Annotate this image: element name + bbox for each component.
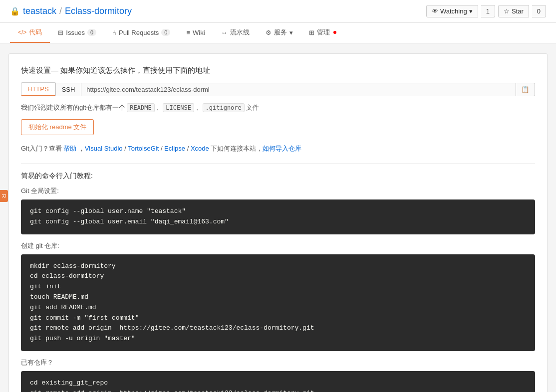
copy-url-button[interactable]: 📋 [516,83,535,96]
wiki-icon: ≡ [186,29,190,36]
main-content: 快速设置— 如果你知道该怎么操作，直接使用下面的地址 HTTPS SSH 📋 我… [8,53,548,392]
url-row: HTTPS SSH 📋 [21,82,535,96]
create-repo-subtitle: 创建 git 仓库: [21,241,535,250]
tab-pr-label: Pull Requests [119,29,159,36]
star-icon: ☆ [504,7,510,15]
tab-pull-requests[interactable]: ⑃ Pull Requests 0 [104,23,178,43]
gitignore-code: .gitignore [203,103,245,112]
import-repo-link[interactable]: 如何导入仓库 [263,145,301,152]
license-code: LICENSE [163,103,194,112]
xcode-link[interactable]: Xcode [191,145,209,152]
quick-setup-title: 快速设置— 如果你知道该怎么操作，直接使用下面的地址 [21,66,535,75]
issues-icon: ⊟ [58,29,63,36]
title-separator: / [59,6,62,16]
header-actions: 👁 Watching ▾ 1 ☆ Star 0 [426,5,546,17]
services-chevron: ▾ [289,29,293,36]
repo-name-link[interactable]: Eclass-dormitory [65,6,132,16]
repo-title: 🔒 teastack / Eclass-dormitory [10,6,132,16]
section-title: 简易的命令行入门教程: [21,172,535,181]
tab-services-label: 服务 [274,28,287,37]
watch-label: Watching [440,7,467,15]
issues-badge: 0 [87,29,96,36]
tortoisegit-link[interactable]: TortoiseGit [128,145,159,152]
pr-badge: 0 [161,29,170,36]
tab-issues[interactable]: ⊟ Issues 0 [50,23,104,43]
create-repo-code: mkdir eclass-dormitory cd eclass-dormito… [21,254,535,351]
divider-1 [21,163,535,164]
help-link[interactable]: 帮助 [63,145,76,152]
manage-dot [333,31,336,34]
repo-owner-link[interactable]: teastack [23,6,56,16]
clipboard-icon: 📋 [521,86,530,93]
eye-icon: 👁 [432,7,438,15]
chevron-down-icon: ▾ [469,7,473,15]
star-label: Star [512,7,524,15]
pipeline-icon: ↔ [221,29,228,36]
pr-icon: ⑃ [112,29,116,36]
watch-count[interactable]: 1 [481,5,495,17]
existing-repo-code: cd existing_git_repo git remote add orig… [21,371,535,392]
tab-wiki[interactable]: ≡ Wiki [178,23,213,43]
star-count[interactable]: 0 [532,5,546,17]
code-icon: </> [18,29,26,36]
tab-code[interactable]: </> 代码 [10,23,50,43]
tab-pipeline[interactable]: ↔ 流水线 [213,23,258,43]
tab-issues-label: Issues [66,29,85,36]
global-setup-subtitle: Git 全局设置: [21,187,535,196]
ssh-button[interactable]: SSH [55,83,82,96]
nav-tabs: </> 代码 ⊟ Issues 0 ⑃ Pull Requests 0 ≡ Wi… [0,23,556,43]
services-icon: ⚙ [266,29,272,36]
tab-manage-label: 管理 [317,28,330,37]
tab-services[interactable]: ⚙ 服务 ▾ [258,23,301,43]
eclipse-link[interactable]: Eclipse [164,145,185,152]
star-button[interactable]: ☆ Star [498,5,529,17]
init-readme-button[interactable]: 初始化 readme 文件 [21,119,94,135]
lock-icon: 🔒 [10,6,20,16]
left-edge-marker: R [0,190,8,202]
global-setup-code: git config --global user.name "teastack"… [21,199,535,234]
suggestion-text: 我们强烈建议所有的git仓库都有一个 README 、LICENSE 、.git… [21,103,535,112]
watch-button[interactable]: 👁 Watching ▾ [426,5,478,17]
tab-code-label: 代码 [29,28,42,37]
tab-pipeline-label: 流水线 [230,28,250,37]
tab-manage[interactable]: ⊞ 管理 [301,23,344,43]
existing-repo-title: 已有仓库？ [21,358,535,367]
visual-studio-link[interactable]: Visual Studio [85,145,123,152]
help-links: Git入门？查看 帮助 ，Visual Studio / TortoiseGit… [21,144,535,153]
https-button[interactable]: HTTPS [21,82,55,96]
repo-url-input[interactable] [81,83,516,96]
tab-wiki-label: Wiki [193,29,205,36]
page-header: 🔒 teastack / Eclass-dormitory 👁 Watching… [0,0,556,23]
readme-code: README [127,103,154,112]
manage-icon: ⊞ [309,29,314,36]
